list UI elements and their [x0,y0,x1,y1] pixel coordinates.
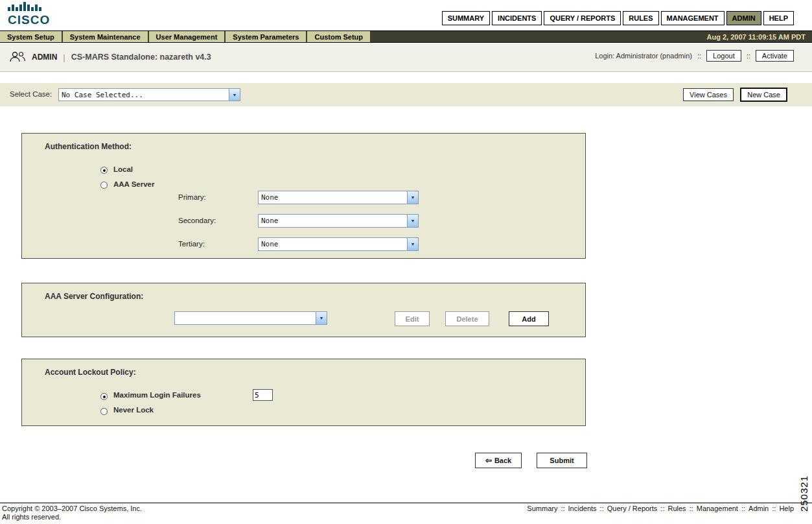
footer-separator: :: [772,505,776,512]
nav-tab-summary[interactable]: SUMMARY [442,11,490,25]
footer-divider-line [0,503,812,503]
aaa-server-value [175,312,316,324]
account-lockout-panel: Account Lockout Policy: Maximum Login Fa… [21,359,586,426]
cisco-logo-text: CISCO [8,14,50,27]
nav-tab-management[interactable]: MANAGEMENT [661,11,725,25]
footer-separator: :: [561,505,564,512]
aaa-server-config-panel: AAA Server Configuration: ▼ Edit Delete … [21,283,586,337]
footer-links: Summary :: Incidents :: Query / Reports … [527,505,794,512]
section-label: ADMIN [32,53,57,62]
nav-tab-incidents[interactable]: INCIDENTS [492,11,542,25]
footer-link-query-reports[interactable]: Query / Reports [607,505,658,512]
radio-local[interactable] [100,167,108,174]
footer-separator: :: [660,505,664,512]
footer-link-rules[interactable]: Rules [667,505,686,512]
secondary-server-dropdown[interactable]: None ▼ [258,214,419,228]
cs-mars-admin-screen: CISCO SUMMARY INCIDENTS QUERY / REPORTS … [0,0,812,524]
primary-label: Primary: [178,193,206,201]
nav-tab-rules[interactable]: RULES [623,11,658,25]
activate-button[interactable]: Activate [756,50,794,62]
footer-separator: :: [690,505,693,512]
view-cases-button[interactable]: View Cases [683,88,734,101]
back-button-label: Back [494,457,511,464]
footer-separator: :: [741,505,745,512]
nav-tab-query-reports[interactable]: QUERY / REPORTS [544,11,621,25]
authentication-method-title: Authentication Method: [45,142,132,151]
tertiary-label: Tertiary: [178,240,205,248]
subnav-tab-system-parameters[interactable]: System Parameters [226,31,306,42]
delete-button[interactable]: Delete [445,311,489,326]
submit-button[interactable]: Submit [537,453,587,468]
subnav-tab-system-setup[interactable]: System Setup [0,31,62,42]
case-select-value: No Case Selected... [59,89,229,101]
secondary-label: Secondary: [178,217,216,224]
nav-tab-admin[interactable]: ADMIN [726,11,761,25]
radio-local-label: Local [113,165,133,173]
chevron-down-icon[interactable]: ▼ [229,89,240,101]
edit-button[interactable]: Edit [395,311,430,326]
subnav-tab-system-maintenance[interactable]: System Maintenance [63,31,148,42]
radio-max-login-failures[interactable] [100,393,108,400]
chevron-down-icon[interactable]: ▼ [407,215,418,227]
radio-never-lock[interactable] [100,408,108,415]
add-button[interactable]: Add [509,311,549,326]
radio-aaa-server[interactable] [100,182,108,189]
case-select-dropdown[interactable]: No Case Selected... ▼ [58,88,240,101]
aaa-server-dropdown[interactable]: ▼ [174,311,327,325]
new-case-button[interactable]: New Case [740,88,787,102]
cisco-logo-icon [8,2,43,11]
radio-never-lock-label: Never Lock [113,406,154,414]
nav-tab-help[interactable]: HELP [763,11,794,25]
select-case-label: Select Case: [10,90,52,98]
chevron-down-icon[interactable]: ▼ [407,191,418,204]
back-arrow-icon: ⇦ [485,456,492,465]
footer-link-summary[interactable]: Summary [527,505,557,512]
header-separator: :: [747,52,750,60]
cisco-logo: CISCO [8,2,50,27]
figure-number: 250321 [798,475,809,512]
account-lockout-title: Account Lockout Policy: [45,368,136,377]
chevron-down-icon[interactable]: ▼ [316,312,327,324]
sub-nav-bar: System Setup System Maintenance User Man… [0,30,812,43]
max-login-failures-input[interactable] [253,389,273,401]
page-header: ADMIN | CS-MARS Standalone: nazareth v4.… [0,43,812,72]
current-timestamp: Aug 2, 2007 11:09:15 AM PDT [707,31,812,42]
case-bar: Select Case: No Case Selected... ▼ View … [0,83,812,106]
tertiary-server-dropdown[interactable]: None ▼ [258,237,419,251]
top-nav: SUMMARY INCIDENTS QUERY / REPORTS RULES … [442,11,794,25]
logout-button[interactable]: Logout [706,50,741,62]
login-info: Login: Administrator (pnadmin) [595,52,692,60]
copyright-notice: Copyright © 2003–2007 Cisco Systems, Inc… [2,505,142,521]
footer-link-help[interactable]: Help [779,505,794,512]
authentication-method-panel: Authentication Method: Local AAA Server … [21,133,586,259]
primary-server-value: None [259,191,407,204]
footer-link-admin[interactable]: Admin [748,505,769,512]
users-icon [9,51,26,64]
copyright-line-2: All rights reserved. [2,513,142,521]
subnav-tab-custom-setup[interactable]: Custom Setup [307,31,370,42]
primary-server-dropdown[interactable]: None ▼ [258,191,419,204]
radio-max-login-failures-label: Maximum Login Failures [113,391,201,399]
chevron-down-icon[interactable]: ▼ [407,238,418,250]
radio-aaa-server-label: AAA Server [113,180,155,188]
copyright-line-1: Copyright © 2003–2007 Cisco Systems, Inc… [2,505,142,513]
footer-link-management[interactable]: Management [697,505,738,512]
back-button[interactable]: ⇦ Back [475,453,522,468]
header-separator: :: [697,52,701,60]
aaa-server-config-title: AAA Server Configuration: [45,292,143,301]
footer-separator: :: [600,505,604,512]
page-header-left: ADMIN | CS-MARS Standalone: nazareth v4.… [9,51,211,64]
tertiary-server-value: None [259,238,407,250]
header-divider: | [63,53,65,62]
footer-link-incidents[interactable]: Incidents [568,505,597,512]
secondary-server-value: None [259,215,407,227]
page-title: CS-MARS Standalone: nazareth v4.3 [71,53,211,62]
subnav-tab-user-management[interactable]: User Management [149,31,225,42]
page-header-right: Login: Administrator (pnadmin) :: Logout… [595,50,794,62]
